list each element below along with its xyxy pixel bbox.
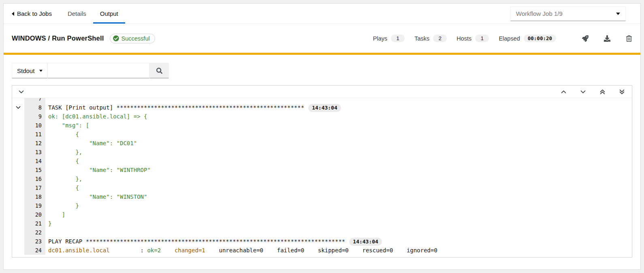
line-content: }, [45,148,82,157]
console-scroll-controls [561,89,625,95]
line-content: "Name": "WINTHROP" [45,166,151,174]
console-line: 23PLAY RECAP ***************************… [12,237,632,246]
expand-spacer [12,121,24,130]
stat-hosts: Hosts1 [456,34,489,42]
download-icon[interactable] [603,35,610,42]
code-segment [161,247,175,254]
code-segment: { [48,158,79,164]
line-number[interactable]: 24 [24,246,45,255]
line-number[interactable]: 9 [24,112,45,121]
stat-value-badge: 00:00:20 [524,34,556,42]
line-content: "Name": "DC01" [45,139,137,148]
relaunch-rocket-icon[interactable] [582,35,589,42]
console-body[interactable]: 78TASK [Print output] ******************… [12,98,632,257]
line-content: "Name": "WINSTON" [45,192,147,201]
console-line: 17 { [12,183,632,192]
collapse-all-icon[interactable] [19,89,24,95]
timestamp-badge: 14:43:04 [349,238,382,246]
line-content: ] [45,210,65,219]
line-number[interactable]: 15 [24,166,45,174]
code-segment: }, [48,176,82,182]
stat-label: Tasks [414,35,429,42]
expand-spacer [12,174,24,183]
line-content: ok: [dc01.ansible.local] => { [45,112,147,121]
console-line: 14 { [12,157,632,166]
console-line: 7 [12,98,632,103]
console-line: 24dc01.ansible.local : ok=2 changed=1 un… [12,246,632,255]
line-number[interactable]: 21 [24,219,45,228]
code-segment: changed=1 [175,247,205,254]
expand-spacer [12,219,24,228]
expand-spacer [12,192,24,201]
code-segment: PLAY RECAP *****************************… [48,238,345,245]
console-line: 18 "Name": "WINSTON" [12,192,632,201]
status-badge[interactable]: Successful [110,34,155,43]
line-number[interactable]: 20 [24,210,45,219]
stat-value-badge: 1 [475,34,489,42]
output-filter-select[interactable]: Stdout [12,63,47,78]
scroll-next-icon[interactable] [580,89,586,95]
code-segment: } [48,220,51,227]
line-number[interactable]: 19 [24,201,45,210]
stat-plays: Plays1 [373,34,405,42]
line-content [45,98,48,103]
expand-spacer [12,228,24,237]
scroll-previous-icon[interactable] [561,89,566,95]
scroll-bottom-icon[interactable] [619,89,625,95]
code-segment: } [48,202,79,209]
expand-spacer [12,98,24,103]
stat-label: Plays [373,35,387,42]
line-number[interactable]: 13 [24,148,45,157]
code-segment: "msg": [ [48,122,89,129]
line-number[interactable]: 10 [24,121,45,130]
code-segment: TASK [Print output] ********************… [48,104,304,111]
search-row: Stdout [4,55,640,85]
line-content: } [45,201,79,210]
search-input[interactable] [47,63,149,78]
line-number[interactable]: 23 [24,237,45,246]
page-title: WINDOWS / Run PowerShell [12,34,104,42]
line-number[interactable]: 8 [24,103,45,112]
console-line: 13 }, [12,148,632,157]
scroll-top-icon[interactable] [600,89,605,95]
trash-icon[interactable] [625,35,632,42]
tab-details[interactable]: Details [61,4,93,24]
console-line: 15 "Name": "WINTHROP" [12,166,632,174]
line-content: "msg": [ [45,121,89,130]
line-number[interactable]: 22 [24,228,45,237]
console-line: 21} [12,219,632,228]
status-badge-label: Successful [122,35,150,42]
line-number[interactable]: 16 [24,174,45,183]
line-number[interactable]: 18 [24,192,45,201]
stat-value-badge: 1 [391,34,405,42]
expand-spacer [12,210,24,219]
expand-spacer [12,237,24,246]
caret-left-icon [12,12,14,16]
expand-spacer [12,157,24,166]
tabbar: Back to Jobs Details Output Workflow Job… [4,4,640,24]
code-segment: "Name": "DC01" [48,140,137,146]
line-number[interactable]: 14 [24,157,45,166]
output-console: 78TASK [Print output] ******************… [12,85,632,258]
line-number[interactable]: 7 [24,98,45,103]
code-segment: ok: [dc01.ansible.local] => { [48,113,147,120]
tab-output[interactable]: Output [93,4,125,24]
expand-spacer [12,148,24,157]
code-segment: "Name": "WINTHROP" [48,167,151,173]
timestamp-badge: 14:43:04 [308,104,341,112]
line-content: { [45,157,79,166]
workflow-job-select[interactable]: Workflow Job 1/9 [510,6,626,21]
expand-spacer [12,201,24,210]
search-button[interactable] [149,63,169,78]
expand-task-icon[interactable] [12,103,24,112]
back-to-jobs-link[interactable]: Back to Jobs [12,4,52,24]
line-number[interactable]: 12 [24,139,45,148]
line-number[interactable]: 11 [24,130,45,139]
line-number[interactable]: 17 [24,183,45,192]
code-segment: "Name": "WINSTON" [48,193,147,200]
expand-spacer [12,130,24,139]
expand-spacer [12,112,24,121]
expand-spacer [12,183,24,192]
chevron-down-icon [39,70,43,72]
code-segment: }, [48,149,82,155]
